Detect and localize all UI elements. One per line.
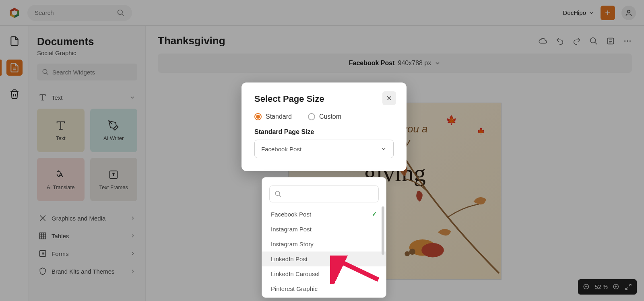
- dropdown-option-label: Facebook Post: [271, 211, 311, 218]
- radio-standard-label: Standard: [266, 113, 292, 120]
- svg-point-48: [275, 191, 280, 196]
- dropdown-option-label: LinkedIn Carousel: [271, 270, 320, 277]
- modal-title: Select Page Size: [254, 94, 394, 104]
- scrollbar-thumb[interactable]: [382, 206, 384, 255]
- dropdown-option-label: LinkedIn Post: [271, 256, 308, 262]
- radio-icon: [254, 113, 262, 120]
- select-value: Facebook Post: [261, 146, 301, 153]
- close-icon: [386, 95, 392, 101]
- dropdown-option[interactable]: LinkedIn Carousel: [262, 266, 386, 281]
- radio-standard[interactable]: Standard: [254, 113, 292, 120]
- check-icon: ✓: [372, 210, 377, 218]
- dropdown-search[interactable]: [269, 186, 379, 202]
- radio-group: Standard Custom: [254, 113, 394, 120]
- search-icon: [275, 190, 282, 198]
- dropdown-option[interactable]: Facebook Post✓: [262, 206, 386, 222]
- svg-line-49: [279, 195, 281, 197]
- dropdown-option[interactable]: Pinterest Graphic: [262, 281, 386, 295]
- dropdown-option-label: Instagram Post: [271, 226, 312, 233]
- page-size-select[interactable]: Facebook Post: [254, 140, 394, 158]
- dropdown-option-label: Instagram Story: [271, 241, 314, 247]
- field-label: Standard Page Size: [254, 128, 394, 136]
- dropdown-option[interactable]: LinkedIn Post: [262, 252, 386, 266]
- dropdown-option[interactable]: Instagram Post: [262, 222, 386, 237]
- dropdown-list: Facebook Post✓Instagram PostInstagram St…: [262, 206, 386, 295]
- dropdown-option[interactable]: Instagram Story: [262, 237, 386, 252]
- radio-custom[interactable]: Custom: [308, 113, 341, 120]
- page-size-dropdown: Facebook Post✓Instagram PostInstagram St…: [262, 177, 386, 298]
- chevron-down-icon: [380, 146, 387, 152]
- radio-custom-label: Custom: [319, 113, 341, 120]
- radio-icon: [308, 113, 315, 120]
- close-button[interactable]: [382, 91, 396, 105]
- dropdown-option-label: Pinterest Graphic: [271, 285, 318, 292]
- page-size-modal: Select Page Size Standard Custom Standar…: [242, 82, 407, 171]
